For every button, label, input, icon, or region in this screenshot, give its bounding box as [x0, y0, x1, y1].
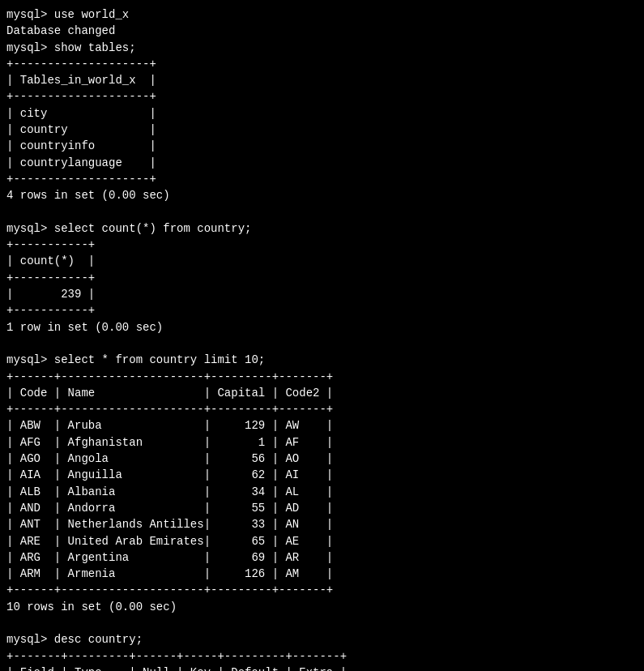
- terminal-output: mysql> use world_x Database changed mysq…: [6, 6, 638, 671]
